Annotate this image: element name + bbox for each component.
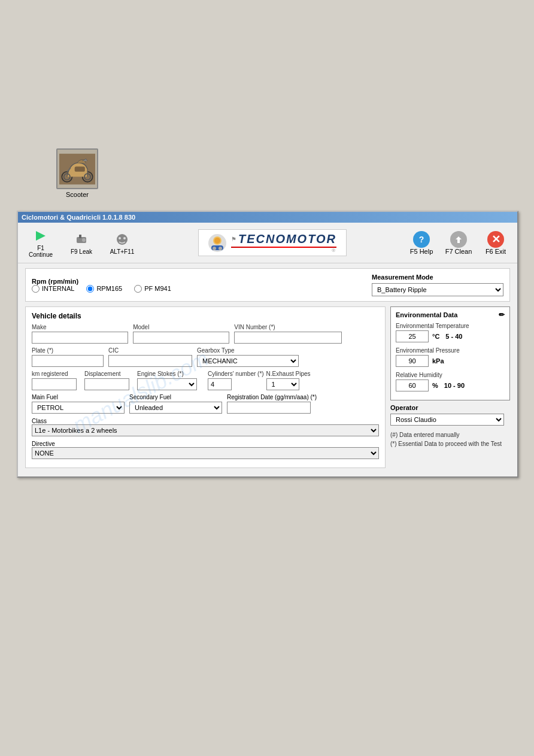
secondary-fuel-select[interactable]: Unleaded [129, 402, 222, 414]
measurement-mode: Measurement Mode B_Battery Ripple [372, 274, 503, 296]
radio-pf-label: PF M941 [144, 285, 171, 292]
clean-label: F7 Clean [445, 248, 472, 255]
logo-text: TECNOMOTOR [238, 232, 336, 246]
toolbar: F1 Continue F9 Leak [18, 223, 517, 263]
cic-label: CIC [108, 347, 192, 354]
window-title: Ciclomotori & Quadricicli 1.0.1.8 830 [22, 214, 135, 221]
humidity-value-row: % 10 - 90 [396, 379, 505, 391]
clean-icon [450, 231, 467, 248]
radio-internal[interactable]: INTERNAL [32, 285, 74, 293]
km-field: km registered [32, 371, 80, 390]
make-input[interactable] [32, 332, 128, 344]
engine-select[interactable] [137, 378, 197, 390]
scooter-icon-image [56, 148, 98, 189]
humidity-input[interactable] [396, 379, 429, 391]
vin-input[interactable] [234, 332, 342, 344]
model-input[interactable] [133, 332, 229, 344]
svg-point-12 [119, 237, 121, 239]
displacement-label: Displacement [84, 371, 132, 377]
temp-input[interactable] [396, 330, 429, 342]
main-window: Ciclomotori & Quadricicli 1.0.1.8 830 F1… [17, 211, 518, 478]
continue-icon [32, 227, 49, 244]
temp-label: Environmental Temperature [396, 323, 505, 329]
left-column: Vehicle details Make Model [25, 306, 386, 472]
km-label: km registered [32, 371, 80, 377]
km-input[interactable] [32, 378, 77, 390]
radio-rpm165[interactable]: RPM165 [86, 285, 122, 293]
plate-label: Plate (*) [32, 347, 104, 354]
registration-input[interactable] [227, 402, 311, 414]
title-bar: Ciclomotori & Quadricicli 1.0.1.8 830 [18, 212, 517, 223]
two-column-layout: Vehicle details Make Model [25, 306, 510, 472]
toolbar-right-buttons: ? F5 Help F7 Clean ✕ F6 Exit [405, 229, 512, 257]
env-title: Environmental Data ✏ [396, 311, 505, 319]
registration-field: Registration Date (gg/mm/aaa) (*) [227, 394, 317, 414]
class-field: Class L1e - Motorbikes a 2 wheels [32, 417, 379, 436]
notes-section: (#) Data entered manually (*) Essential … [390, 430, 510, 448]
vin-field: VIN Number (*) [234, 324, 379, 344]
pressure-input[interactable] [396, 355, 429, 367]
pressure-row: Environmental Pressure kPa [396, 347, 505, 367]
measurement-mode-label: Measurement Mode [372, 274, 503, 281]
temp-range: 5 - 40 [445, 333, 462, 340]
alt-icon [114, 231, 131, 248]
radio-internal-input[interactable] [32, 285, 40, 293]
temp-value-row: °C 5 - 40 [396, 330, 505, 342]
measurement-mode-select[interactable]: B_Battery Ripple [372, 283, 503, 296]
leak-button[interactable]: F9 Leak [63, 229, 99, 257]
directive-select[interactable]: NONE [32, 447, 379, 459]
right-column: Environmental Data ✏ Environmental Tempe… [390, 306, 510, 472]
displacement-field: Displacement [84, 371, 132, 390]
exhaust-select[interactable]: 1 [266, 378, 299, 390]
hash-note: (#) Data entered manually [390, 430, 510, 439]
humidity-range: 10 - 90 [444, 382, 465, 389]
radio-rpm165-label: RPM165 [96, 285, 122, 292]
radio-pf-input[interactable] [134, 285, 142, 293]
radio-rpm165-input[interactable] [86, 285, 94, 293]
leak-label: F9 Leak [71, 248, 92, 255]
rpm-label: Rpm (rpm/min) [32, 278, 171, 285]
displacement-input[interactable] [84, 378, 129, 390]
help-label: F5 Help [410, 248, 433, 255]
continue-button[interactable]: F1 Continue [23, 225, 59, 260]
gearbox-select[interactable]: MECHANIC [197, 355, 299, 367]
cic-input[interactable] [108, 355, 192, 367]
temp-unit: °C [432, 333, 439, 340]
clean-button[interactable]: F7 Clean [442, 229, 475, 257]
logo-mascot [208, 234, 226, 252]
form-row-3: km registered Displacement Engine Stokes… [32, 371, 379, 390]
exit-button[interactable]: ✕ F6 Exit [479, 229, 512, 257]
scooter-icon-label: Scooter [54, 191, 101, 198]
exhaust-field: N.Exhaust Pipes 1 [266, 371, 311, 390]
content-area: Rpm (rpm/min) INTERNAL RPM165 [18, 263, 517, 476]
make-label: Make [32, 324, 128, 330]
svg-point-10 [82, 238, 86, 242]
logo-container: ⚑ TECNOMOTOR ® [198, 229, 347, 256]
secondary-fuel-label: Secondary Fuel [129, 394, 222, 400]
operator-select[interactable]: Rossi Claudio [390, 414, 504, 426]
logo-subtitle: ® [231, 248, 336, 253]
registration-label: Registration Date (gg/mm/aaa) (*) [227, 394, 317, 400]
svg-point-13 [123, 237, 126, 239]
main-fuel-select[interactable]: PETROL [32, 402, 125, 414]
svg-point-18 [219, 247, 222, 250]
cylinders-input[interactable] [208, 378, 232, 390]
pressure-value-row: kPa [396, 355, 505, 367]
plate-input[interactable] [32, 355, 104, 367]
class-select[interactable]: L1e - Motorbikes a 2 wheels [32, 424, 379, 436]
class-label: Class [32, 418, 47, 424]
gearbox-label: Gearbox Type [197, 347, 379, 354]
cylinders-label: Cylinders' number (*) [208, 371, 264, 377]
radio-pf[interactable]: PF M941 [134, 285, 171, 293]
form-row-2: Plate (*) CIC Gearbox Type [32, 347, 379, 367]
scooter-desktop-icon[interactable]: Scooter [54, 148, 101, 198]
temperature-row: Environmental Temperature °C 5 - 40 [396, 323, 505, 342]
leak-icon [73, 231, 90, 248]
alt-label: ALT+F11 [110, 248, 135, 255]
alt-button[interactable]: ALT+F11 [104, 229, 140, 257]
cic-field: CIC [108, 347, 192, 367]
toolbar-logo: ⚑ TECNOMOTOR ® [145, 229, 400, 256]
window-content: Rpm (rpm/min) INTERNAL RPM165 [18, 263, 517, 476]
env-edit-icon[interactable]: ✏ [499, 311, 505, 319]
help-button[interactable]: ? F5 Help [405, 229, 438, 257]
